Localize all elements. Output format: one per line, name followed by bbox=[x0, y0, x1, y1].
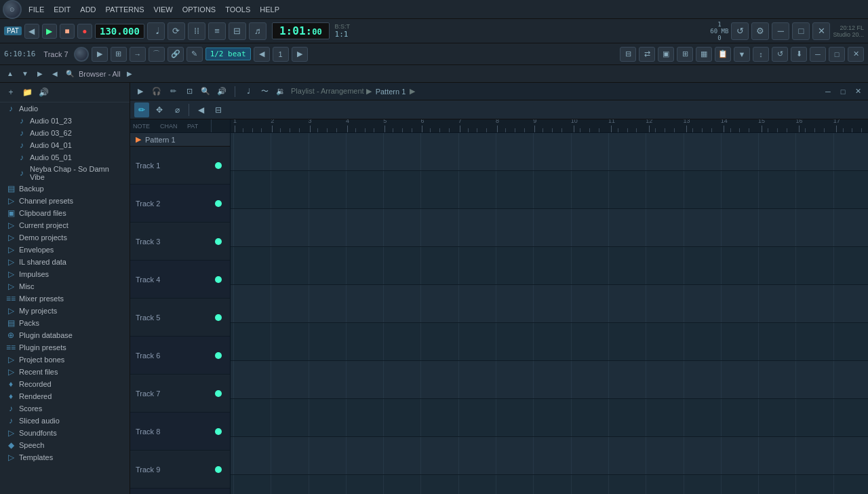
playlist-maximize[interactable]: □ bbox=[837, 86, 849, 98]
sec-right-maximize[interactable]: □ bbox=[829, 47, 845, 62]
prev-button[interactable]: ◀ bbox=[24, 24, 39, 39]
sidebar-folder-btn[interactable]: 📁 bbox=[20, 86, 34, 99]
sidebar-speaker-btn[interactable]: 🔊 bbox=[37, 86, 50, 99]
sec-right-10[interactable]: ⬇ bbox=[791, 47, 807, 62]
menu-item-edit[interactable]: EDIT bbox=[50, 4, 75, 15]
sidebar-item-demo-projects[interactable]: ▷Demo projects bbox=[0, 231, 130, 244]
sec-right-7[interactable]: ▼ bbox=[734, 47, 750, 62]
playlist-wave-btn[interactable]: 〜 bbox=[258, 86, 271, 98]
sidebar-item-recorded[interactable]: ♦Recorded bbox=[0, 378, 130, 390]
sec-right-4[interactable]: ⊞ bbox=[677, 47, 693, 62]
sidebar-item-speech[interactable]: ◆Speech bbox=[0, 439, 130, 451]
sidebar-item-templates[interactable]: ▷Templates bbox=[0, 451, 130, 463]
tool-timeline[interactable]: ⊟ bbox=[211, 102, 226, 117]
track-row-10[interactable]: Track 10 bbox=[130, 489, 230, 494]
bpm-display[interactable]: 130.000 bbox=[95, 24, 144, 39]
sec-right-2[interactable]: ⇄ bbox=[639, 47, 655, 62]
browser-arrow[interactable]: ▶ bbox=[123, 68, 136, 80]
grid-row-8[interactable] bbox=[231, 399, 868, 437]
minimize-button[interactable]: ─ bbox=[772, 22, 789, 40]
grid-row-1[interactable] bbox=[231, 133, 868, 171]
beat-next[interactable]: ▶ bbox=[292, 47, 308, 62]
sidebar-item-channel-presets[interactable]: ▷Channel presets bbox=[0, 195, 130, 207]
track-row-7[interactable]: Track 7 bbox=[130, 375, 230, 413]
sidebar-item-envelopes[interactable]: ▷Envelopes bbox=[0, 244, 130, 256]
sidebar-item-misc[interactable]: ▷Misc bbox=[0, 280, 130, 292]
tool-select[interactable]: ⌀ bbox=[170, 102, 184, 117]
grid-row-4[interactable] bbox=[231, 247, 868, 285]
grid-row-2[interactable] bbox=[231, 171, 868, 209]
grid-row-7[interactable] bbox=[231, 361, 868, 399]
sidebar-item-backup[interactable]: ▤Backup bbox=[0, 183, 130, 195]
playlist-close[interactable]: ✕ bbox=[852, 86, 864, 98]
maximize-button[interactable]: □ bbox=[792, 22, 810, 40]
tool-move[interactable]: ✥ bbox=[152, 102, 167, 117]
playlist-piano-btn[interactable]: ♩ bbox=[242, 86, 254, 98]
tool-draw[interactable]: ✏ bbox=[134, 102, 149, 117]
sec-tool1[interactable]: ⊞ bbox=[111, 47, 127, 62]
track-row-1[interactable]: Track 1 bbox=[130, 147, 230, 185]
sidebar-item-audio0501[interactable]: ♪Audio 05_01 bbox=[0, 151, 130, 164]
sec-tool2[interactable]: → bbox=[130, 47, 146, 62]
sidebar-item-scores[interactable]: ♪Scores bbox=[0, 402, 130, 415]
sec-tool3[interactable]: ⌒ bbox=[149, 47, 165, 62]
sidebar-item-packs[interactable]: ▤Packs bbox=[0, 317, 130, 329]
loop-button[interactable]: ⟳ bbox=[167, 22, 185, 40]
playlist-select-btn[interactable]: ⊡ bbox=[183, 86, 195, 98]
sec-right-8[interactable]: ↕ bbox=[753, 47, 769, 62]
sidebar-item-current-project[interactable]: ▷Current project bbox=[0, 219, 130, 231]
menu-item-options[interactable]: OPTIONS bbox=[178, 4, 220, 15]
playlist-button[interactable]: ⊟ bbox=[229, 22, 246, 40]
sidebar-item-rendered[interactable]: ♦Rendered bbox=[0, 390, 130, 402]
pattern-item[interactable]: ▶ Pattern 1 bbox=[130, 133, 230, 147]
sec-right-minimize[interactable]: ─ bbox=[810, 47, 826, 62]
sidebar-item-impulses[interactable]: ▷Impulses bbox=[0, 268, 130, 280]
stepseq-button[interactable]: ⁞⁞ bbox=[188, 22, 205, 40]
sidebar-item-soundfonts[interactable]: ▷Soundfonts bbox=[0, 427, 130, 439]
playlist-speaker-btn[interactable]: 🔊 bbox=[216, 86, 228, 98]
grid-row-10[interactable] bbox=[231, 475, 868, 494]
sidebar-item-il-shared[interactable]: ▷IL shared data bbox=[0, 256, 130, 268]
sec-tool5[interactable]: ✎ bbox=[186, 47, 203, 62]
sidebar-item-audio0123[interactable]: ♪Audio 01_23 bbox=[0, 115, 130, 127]
track-row-2[interactable]: Track 2 bbox=[130, 185, 230, 223]
playlist-headphones-btn[interactable]: 🎧 bbox=[151, 86, 163, 98]
sidebar-item-plugin-presets[interactable]: ≡≡Plugin presets bbox=[0, 341, 130, 354]
master-knob[interactable]: ⊙ bbox=[3, 0, 22, 19]
sec-right-9[interactable]: ↺ bbox=[772, 47, 788, 62]
track-row-9[interactable]: Track 9 bbox=[130, 451, 230, 489]
record-button[interactable]: ● bbox=[77, 24, 92, 39]
menu-item-patterns[interactable]: PATTERNS bbox=[102, 4, 149, 15]
playlist-zoom-btn[interactable]: 🔍 bbox=[199, 86, 212, 98]
sec-right-1[interactable]: ⊟ bbox=[620, 47, 636, 62]
sidebar-item-clipboard[interactable]: ▣Clipboard files bbox=[0, 207, 130, 219]
browser-search[interactable]: 🔍 bbox=[64, 68, 76, 80]
sec-right-6[interactable]: 📋 bbox=[715, 47, 731, 62]
browser-up[interactable]: ▲ bbox=[4, 68, 16, 80]
menu-item-file[interactable]: FILE bbox=[24, 4, 48, 15]
browser-down[interactable]: ▼ bbox=[19, 68, 31, 80]
beat-display[interactable]: 1/2 beat bbox=[205, 48, 251, 60]
playlist-minimize[interactable]: ─ bbox=[822, 86, 834, 98]
grid-row-3[interactable] bbox=[231, 209, 868, 247]
beat-prev[interactable]: ◀ bbox=[254, 47, 270, 62]
playlist-pencil-btn[interactable]: ✏ bbox=[167, 86, 179, 98]
playlist-vol-down-btn[interactable]: 🔉 bbox=[275, 86, 287, 98]
playlist-play-btn[interactable]: ▶ bbox=[134, 86, 146, 98]
sidebar-item-audio[interactable]: ♪Audio bbox=[0, 102, 130, 115]
sec-right-5[interactable]: ▦ bbox=[696, 47, 712, 62]
close-button[interactable]: ✕ bbox=[812, 22, 830, 40]
menu-item-add[interactable]: ADD bbox=[76, 4, 100, 15]
sec-tool4[interactable]: 🔗 bbox=[167, 47, 184, 62]
sidebar-item-recent-files[interactable]: ▷Recent files bbox=[0, 366, 130, 378]
restart-button[interactable]: ↺ bbox=[731, 22, 749, 40]
settings-button[interactable]: ⚙ bbox=[751, 22, 769, 40]
browser-back[interactable]: ◀ bbox=[49, 68, 61, 80]
grid-row-9[interactable] bbox=[231, 437, 868, 475]
grid-row-6[interactable] bbox=[231, 323, 868, 361]
tool-scroll-left[interactable]: ◀ bbox=[193, 102, 208, 117]
sidebar-item-audio0401[interactable]: ♪Audio 04_01 bbox=[0, 139, 130, 151]
browser-forward[interactable]: ▶ bbox=[34, 68, 46, 80]
track-knob[interactable] bbox=[74, 47, 89, 62]
track-row-3[interactable]: Track 3 bbox=[130, 223, 230, 261]
